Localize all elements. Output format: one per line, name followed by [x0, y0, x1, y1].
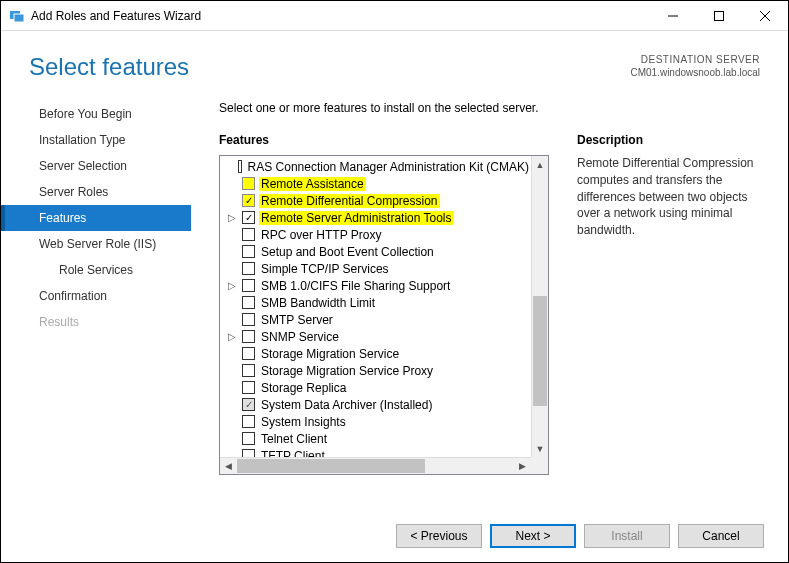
scroll-right-icon[interactable]: ▶: [514, 458, 531, 474]
wizard-nav: Before You BeginInstallation TypeServer …: [1, 91, 191, 517]
horizontal-scrollbar[interactable]: ◀ ▶: [220, 457, 531, 474]
expander-icon[interactable]: ▷: [226, 331, 238, 342]
feature-label: Storage Replica: [259, 381, 348, 395]
nav-item-before-you-begin[interactable]: Before You Begin: [1, 101, 191, 127]
vscroll-thumb[interactable]: [533, 296, 547, 406]
feature-label: Remote Assistance: [259, 177, 366, 191]
destination-value: CM01.windowsnoob.lab.local: [630, 66, 760, 79]
feature-label: SNMP Service: [259, 330, 341, 344]
next-button[interactable]: Next >: [490, 524, 576, 548]
feature-checkbox[interactable]: [242, 347, 255, 360]
feature-row[interactable]: ▷Storage Replica: [220, 379, 531, 396]
destination-server: DESTINATION SERVER CM01.windowsnoob.lab.…: [630, 53, 760, 79]
feature-checkbox[interactable]: [242, 432, 255, 445]
feature-label: Simple TCP/IP Services: [259, 262, 391, 276]
feature-label: RAS Connection Manager Administration Ki…: [246, 160, 531, 174]
feature-label: Storage Migration Service Proxy: [259, 364, 435, 378]
close-button[interactable]: [742, 1, 788, 31]
nav-item-web-server-role-iis-[interactable]: Web Server Role (IIS): [1, 231, 191, 257]
install-button[interactable]: Install: [584, 524, 670, 548]
features-list[interactable]: ▷RAS Connection Manager Administration K…: [220, 156, 531, 457]
feature-checkbox[interactable]: [242, 313, 255, 326]
feature-label: TFTP Client: [259, 449, 327, 458]
feature-label: RPC over HTTP Proxy: [259, 228, 383, 242]
feature-checkbox[interactable]: [242, 194, 255, 207]
feature-label: System Data Archiver (Installed): [259, 398, 434, 412]
features-column: Features ▷RAS Connection Manager Adminis…: [219, 133, 549, 517]
feature-checkbox[interactable]: [242, 398, 255, 411]
content: Select one or more features to install o…: [191, 91, 760, 517]
feature-row[interactable]: ▷Remote Server Administration Tools: [220, 209, 531, 226]
nav-item-features[interactable]: Features: [1, 205, 191, 231]
footer: < Previous Next > Install Cancel: [1, 510, 788, 562]
features-listbox[interactable]: ▷RAS Connection Manager Administration K…: [219, 155, 549, 475]
feature-row[interactable]: ▷Storage Migration Service Proxy: [220, 362, 531, 379]
feature-row[interactable]: ▷System Insights: [220, 413, 531, 430]
feature-label: System Insights: [259, 415, 348, 429]
feature-label: Setup and Boot Event Collection: [259, 245, 436, 259]
description-column: Description Remote Differential Compress…: [577, 133, 760, 517]
scroll-left-icon[interactable]: ◀: [220, 458, 237, 474]
feature-label: Remote Server Administration Tools: [259, 211, 454, 225]
feature-checkbox[interactable]: [242, 449, 255, 457]
page-title: Select features: [29, 53, 189, 81]
feature-checkbox[interactable]: [242, 381, 255, 394]
feature-checkbox[interactable]: [242, 228, 255, 241]
feature-label: Remote Differential Compression: [259, 194, 440, 208]
feature-row[interactable]: ▷Storage Migration Service: [220, 345, 531, 362]
previous-button[interactable]: < Previous: [396, 524, 482, 548]
description-text: Remote Differential Compression computes…: [577, 155, 760, 239]
feature-row[interactable]: ▷Setup and Boot Event Collection: [220, 243, 531, 260]
feature-row[interactable]: ▷System Data Archiver (Installed): [220, 396, 531, 413]
feature-row[interactable]: ▷TFTP Client: [220, 447, 531, 457]
feature-label: SMB Bandwidth Limit: [259, 296, 377, 310]
nav-item-server-selection[interactable]: Server Selection: [1, 153, 191, 179]
feature-checkbox[interactable]: [242, 330, 255, 343]
feature-checkbox[interactable]: [242, 177, 255, 190]
feature-checkbox[interactable]: [242, 211, 255, 224]
svg-rect-3: [715, 12, 724, 21]
feature-row[interactable]: ▷SMB Bandwidth Limit: [220, 294, 531, 311]
window-title: Add Roles and Features Wizard: [31, 9, 650, 23]
hscroll-thumb[interactable]: [237, 459, 425, 473]
feature-checkbox[interactable]: [242, 364, 255, 377]
nav-item-results: Results: [1, 309, 191, 335]
nav-item-installation-type[interactable]: Installation Type: [1, 127, 191, 153]
minimize-button[interactable]: [650, 1, 696, 31]
destination-label: DESTINATION SERVER: [630, 53, 760, 66]
svg-rect-1: [14, 14, 24, 22]
feature-label: Telnet Client: [259, 432, 329, 446]
feature-checkbox[interactable]: [242, 262, 255, 275]
nav-item-server-roles[interactable]: Server Roles: [1, 179, 191, 205]
feature-row[interactable]: ▷RAS Connection Manager Administration K…: [220, 158, 531, 175]
scroll-up-icon[interactable]: ▲: [532, 156, 548, 173]
nav-item-role-services[interactable]: Role Services: [1, 257, 191, 283]
features-label: Features: [219, 133, 549, 147]
expander-icon[interactable]: ▷: [226, 280, 238, 291]
feature-label: Storage Migration Service: [259, 347, 401, 361]
feature-label: SMB 1.0/CIFS File Sharing Support: [259, 279, 452, 293]
feature-checkbox[interactable]: [242, 279, 255, 292]
feature-row[interactable]: ▷Remote Differential Compression: [220, 192, 531, 209]
feature-row[interactable]: ▷Telnet Client: [220, 430, 531, 447]
feature-row[interactable]: ▷Remote Assistance: [220, 175, 531, 192]
nav-item-confirmation[interactable]: Confirmation: [1, 283, 191, 309]
feature-checkbox[interactable]: [238, 160, 242, 173]
feature-row[interactable]: ▷Simple TCP/IP Services: [220, 260, 531, 277]
expander-icon[interactable]: ▷: [226, 212, 238, 223]
feature-checkbox[interactable]: [242, 245, 255, 258]
feature-checkbox[interactable]: [242, 415, 255, 428]
header: Select features DESTINATION SERVER CM01.…: [1, 31, 788, 91]
feature-checkbox[interactable]: [242, 296, 255, 309]
maximize-button[interactable]: [696, 1, 742, 31]
feature-row[interactable]: ▷SNMP Service: [220, 328, 531, 345]
scroll-down-icon[interactable]: ▼: [532, 440, 548, 457]
body: Before You BeginInstallation TypeServer …: [1, 91, 788, 517]
window-buttons: [650, 1, 788, 30]
feature-row[interactable]: ▷SMB 1.0/CIFS File Sharing Support: [220, 277, 531, 294]
feature-row[interactable]: ▷RPC over HTTP Proxy: [220, 226, 531, 243]
feature-row[interactable]: ▷SMTP Server: [220, 311, 531, 328]
instruction-text: Select one or more features to install o…: [219, 101, 760, 115]
cancel-button[interactable]: Cancel: [678, 524, 764, 548]
vertical-scrollbar[interactable]: ▲ ▼: [531, 156, 548, 457]
